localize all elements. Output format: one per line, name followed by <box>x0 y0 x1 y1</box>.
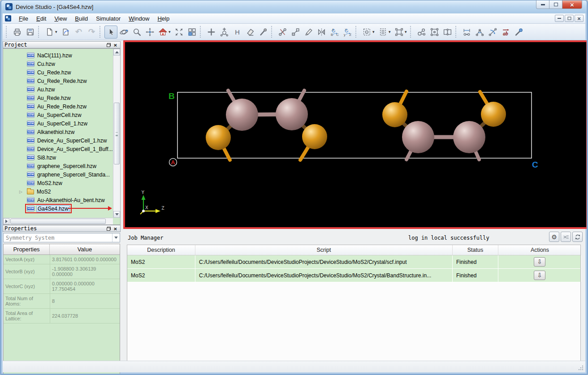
selection-mode-dropdown[interactable]: ▾ <box>372 30 376 34</box>
tree-item[interactable]: HZWAu_SuperCell.hzw <box>3 111 113 119</box>
selenium-atom[interactable] <box>382 102 407 127</box>
break-bond-button[interactable] <box>276 26 289 39</box>
tree-item[interactable]: HZWAu.hzw <box>3 85 113 94</box>
tree-item[interactable]: HZWSi8.hzw <box>3 153 113 162</box>
new-file-dropdown[interactable]: ▾ <box>55 30 59 34</box>
zoom-view-button[interactable] <box>130 26 143 39</box>
scroll-right-button[interactable] <box>3 218 9 224</box>
selenium-atom[interactable] <box>206 125 231 150</box>
tree-item[interactable]: HZWgraphene_Supercell_Standa... <box>3 170 113 179</box>
tree-item[interactable]: HZWCu.hzw <box>3 60 113 68</box>
move-atom-button[interactable] <box>289 26 302 39</box>
mdi-close-button[interactable]: × <box>575 15 584 22</box>
draw-bond-button[interactable] <box>257 26 270 39</box>
menu-file[interactable]: File <box>15 14 32 23</box>
minimize-button[interactable] <box>536 0 549 9</box>
scrollbar-thumb[interactable] <box>10 219 106 224</box>
download-result-button[interactable]: ⇩ <box>534 271 545 280</box>
expander-icon[interactable]: ▷ <box>19 190 26 194</box>
close-panel-button[interactable]: × <box>112 226 119 232</box>
tree-item[interactable]: HZWAlkanethiol.hzw <box>3 128 113 136</box>
measure-angle-button[interactable] <box>473 26 486 39</box>
tree-item[interactable]: HZWCu_Rede_Rede.hzw <box>3 77 113 85</box>
mdi-restore-button[interactable] <box>565 15 574 22</box>
save-button[interactable] <box>24 26 37 39</box>
add-hydrogen-button[interactable]: H <box>231 26 244 39</box>
job-dispatch-button[interactable] <box>561 232 571 242</box>
close-panel-button[interactable]: × <box>112 42 119 48</box>
mirror-button[interactable] <box>315 26 328 39</box>
document-icon[interactable] <box>5 15 11 22</box>
tree-item[interactable]: HZWNaCl(111).hzw <box>3 51 113 60</box>
tree-item[interactable]: HZWAu_Rede_Rede.hzw <box>3 102 113 111</box>
fit-view-button[interactable] <box>173 26 186 39</box>
selenium-atom[interactable] <box>481 102 506 127</box>
value-column-header[interactable]: Value <box>50 244 120 254</box>
menu-simulator[interactable]: Simulator <box>92 14 125 23</box>
float-panel-button[interactable] <box>105 42 112 48</box>
gallium-atom[interactable] <box>453 121 485 153</box>
menu-build[interactable]: Build <box>71 14 92 23</box>
vertical-scrollbar[interactable] <box>113 49 120 218</box>
select-tool-button[interactable] <box>104 26 117 39</box>
add-atom-button[interactable] <box>205 26 218 39</box>
description-column-header[interactable]: Description <box>127 245 195 255</box>
symmetry-system-select[interactable]: Symmetry System <box>3 233 120 242</box>
gallium-atom[interactable] <box>276 98 308 130</box>
redefine-lattice-button[interactable] <box>441 26 454 39</box>
swap-axes-abc-button[interactable]: ABC <box>328 26 341 39</box>
menu-edit[interactable]: Edit <box>32 14 50 23</box>
selenium-atom[interactable] <box>302 124 327 149</box>
tree-item[interactable]: HZWMoS2.hzw <box>3 179 113 187</box>
script-column-header[interactable]: Script <box>195 245 453 255</box>
measure-distance-button[interactable] <box>460 26 473 39</box>
home-view-button[interactable] <box>156 26 169 39</box>
scroll-down-button[interactable] <box>113 211 120 218</box>
rotate-view-button[interactable] <box>117 26 130 39</box>
scrollbar-thumb[interactable] <box>114 103 120 164</box>
tree-item[interactable]: HZWDevice_Au_SuperCell_1_Buff... <box>3 145 113 153</box>
tree-item[interactable]: HZWDevice_Au_SuperCell_1.hzw <box>3 136 113 145</box>
tile-windows-button[interactable] <box>186 26 199 39</box>
edit-cell-dropdown[interactable]: ▾ <box>405 30 408 34</box>
job-row[interactable]: MoS2C:/Users/feifeilu/Documents/DeviceSt… <box>127 269 580 282</box>
tree-item[interactable]: ▷MoS2 <box>3 187 113 196</box>
gallium-atom[interactable] <box>402 121 434 153</box>
menu-help[interactable]: Help <box>153 14 173 23</box>
tree-item[interactable]: HZWAu_Rede.hzw <box>3 94 113 102</box>
bond-length-button[interactable] <box>512 26 525 39</box>
status-column-header[interactable]: Status <box>453 245 498 255</box>
scroll-up-button[interactable] <box>113 49 120 56</box>
properties-column-header[interactable]: Properties <box>4 244 50 254</box>
tree-item[interactable]: HZWCu_Rede.hzw <box>3 68 113 77</box>
tree-item[interactable]: HZWgraphene_Supercell.hzw <box>3 162 113 170</box>
gallium-atom[interactable] <box>226 99 258 131</box>
job-refresh-button[interactable] <box>572 232 583 242</box>
new-file-button[interactable] <box>43 26 56 39</box>
mdi-minimize-button[interactable] <box>555 15 564 22</box>
tree-item[interactable]: HZWAu-Alkanethiol-Au_bent.hzw <box>3 196 113 204</box>
download-result-button[interactable]: ⇩ <box>534 257 545 267</box>
menu-window[interactable]: Window <box>125 14 153 23</box>
resize-grip[interactable] <box>578 365 583 370</box>
tree-item[interactable]: HZWAu_SuperCell_1.hzw <box>3 119 113 128</box>
menu-view[interactable]: View <box>50 14 71 23</box>
build-molecule-button[interactable] <box>415 26 428 39</box>
align-button[interactable] <box>376 26 389 39</box>
structure-viewport[interactable]: B A C Y Z X <box>123 40 588 229</box>
edit-cell-button[interactable] <box>393 26 406 39</box>
pan-view-button[interactable] <box>143 26 156 39</box>
open-file-button[interactable] <box>59 26 72 39</box>
undo-button[interactable]: ↶ <box>72 26 85 39</box>
close-button[interactable]: × <box>562 0 582 9</box>
align-dropdown[interactable]: ▾ <box>389 30 392 34</box>
job-row[interactable]: MoS2C:/Users/feifeilu/Documents/DeviceSt… <box>127 255 580 269</box>
maximize-button[interactable] <box>549 0 562 9</box>
selection-mode-button[interactable] <box>360 26 373 39</box>
job-settings-button[interactable]: ⚙ <box>549 232 559 242</box>
actions-column-header[interactable]: Actions <box>498 245 581 255</box>
print-button[interactable] <box>11 26 24 39</box>
vector-label-button[interactable]: ab <box>499 26 512 39</box>
build-supercell-button[interactable] <box>428 26 441 39</box>
erase-button[interactable] <box>244 26 257 39</box>
